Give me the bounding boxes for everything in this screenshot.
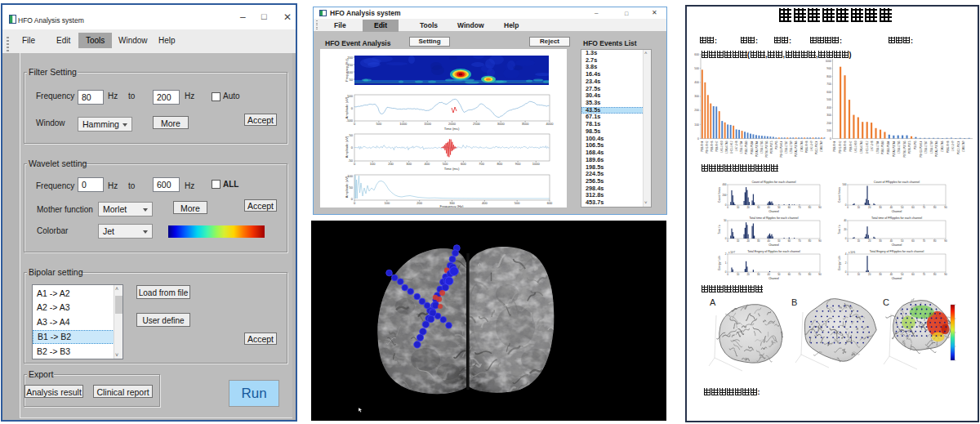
svg-text:80: 80 — [933, 239, 937, 243]
svg-text:10: 10 — [858, 273, 861, 276]
svg-text:80: 80 — [808, 206, 812, 209]
svg-text:C: C — [883, 297, 889, 307]
svg-text:Time (ms): Time (ms) — [444, 167, 460, 171]
svg-text:Time / s: Time / s — [718, 225, 721, 234]
svg-text:Total time of FRipples for eac: Total time of FRipples for each channel — [871, 216, 922, 220]
svg-text:B: B — [791, 297, 797, 307]
svg-text:40: 40 — [890, 273, 893, 276]
svg-text:Amplitude (uV): Amplitude (uV) — [345, 96, 349, 118]
svg-text:LH2-LH9: LH2-LH9 — [951, 141, 955, 151]
svg-text:0: 0 — [847, 273, 849, 276]
svg-text:1000: 1000 — [826, 60, 831, 63]
svg-text:Count of FRipples for each cha: Count of FRipples for each channel — [874, 181, 920, 184]
svg-text:0: 0 — [697, 137, 699, 141]
svg-text:LTB3-LTB5: LTB3-LTB5 — [760, 141, 764, 154]
svg-text:Time / s: Time / s — [838, 225, 841, 234]
svg-text:90: 90 — [818, 273, 822, 276]
svg-text:30: 30 — [757, 206, 760, 209]
svg-text:P3B-RH7: P3B-RH7 — [849, 141, 853, 151]
svg-text:Total Engery of FRipples for e: Total Engery of FRipples for each channe… — [870, 250, 924, 253]
svg-text:80: 80 — [808, 239, 812, 243]
svg-text:0: 0 — [830, 137, 831, 141]
svg-text:100: 100 — [826, 129, 831, 132]
svg-text:x 10^6: x 10^6 — [849, 251, 856, 254]
svg-text:30: 30 — [879, 273, 882, 276]
svg-text:0: 0 — [847, 206, 849, 209]
svg-text:P3T0-P3T5: P3T0-P3T5 — [770, 141, 773, 154]
svg-text:1000: 1000 — [532, 162, 541, 166]
svg-text:P3H13-P3H14: P3H13-P3H14 — [920, 141, 923, 157]
svg-text:LTA3-TA6: LTA3-TA6 — [941, 141, 944, 152]
svg-text:90: 90 — [818, 206, 822, 209]
svg-text:2: 2 — [725, 252, 727, 256]
svg-text:P3B-RH6: P3B-RH6 — [710, 141, 714, 151]
svg-text:60: 60 — [911, 273, 915, 276]
svg-text:300: 300 — [826, 114, 831, 117]
svg-text:20: 20 — [868, 239, 871, 243]
svg-text:0: 0 — [351, 197, 354, 201]
svg-text:20: 20 — [868, 206, 871, 209]
svg-text:LTB3-LTB9: LTB3-LTB9 — [790, 141, 793, 154]
svg-text:3500: 3500 — [522, 122, 530, 126]
svg-text:P3B-RH6: P3B-RH6 — [844, 141, 847, 151]
svg-text:P3H1-RH2: P3H1-RH2 — [839, 141, 842, 153]
svg-text:60: 60 — [788, 273, 791, 276]
svg-text:P3B2-P3B3: P3B2-P3B3 — [745, 141, 748, 154]
svg-text:80: 80 — [933, 273, 937, 276]
svg-text:P3TA3-P3TA4: P3TA3-P3TA4 — [893, 141, 896, 157]
svg-text:20: 20 — [746, 239, 750, 243]
svg-text:Count of Ripples for each chan: Count of Ripples for each channel — [751, 181, 795, 184]
svg-text:LTB3-LTB4: LTB3-LTB4 — [740, 141, 743, 154]
svg-text:P3B2-P3B3: P3B2-P3B3 — [881, 141, 884, 154]
svg-text:LTB3-LTB7: LTB3-LTB7 — [785, 141, 788, 154]
svg-text:10: 10 — [737, 206, 740, 209]
svg-text:4: 4 — [845, 252, 847, 256]
svg-text:LTB3-LTB5: LTB3-LTB5 — [898, 141, 901, 154]
svg-text:P3B3-P3B4: P3B3-P3B4 — [751, 141, 754, 154]
svg-text:Total time of Ripples for each: Total time of Ripples for each channel — [750, 216, 799, 220]
svg-text:10: 10 — [858, 206, 861, 209]
svg-text:90: 90 — [944, 239, 947, 243]
svg-text:P3H1-RH2: P3H1-RH2 — [706, 141, 709, 153]
svg-text:50: 50 — [350, 185, 354, 190]
svg-text:0: 0 — [351, 145, 354, 150]
svg-text:Channel: Channel — [892, 210, 902, 213]
svg-text:Channel: Channel — [768, 243, 779, 247]
svg-text:Time (ms): Time (ms) — [444, 127, 460, 131]
svg-text:0: 0 — [847, 239, 849, 243]
svg-text:60: 60 — [788, 206, 791, 209]
svg-text:10: 10 — [858, 239, 861, 243]
svg-text:500: 500 — [514, 201, 520, 205]
svg-text:40: 40 — [768, 273, 771, 276]
svg-text:100: 100 — [694, 123, 699, 127]
svg-text:1000: 1000 — [399, 122, 408, 126]
svg-text:LTB3-LTB7: LTB3-LTB7 — [924, 141, 928, 154]
svg-text:800: 800 — [826, 75, 831, 78]
svg-text:400: 400 — [482, 201, 488, 205]
svg-text:LH7-LH8: LH7-LH8 — [735, 141, 738, 151]
svg-text:400: 400 — [826, 106, 831, 109]
svg-text:P3T0-P3T5: P3T0-P3T5 — [908, 141, 911, 154]
svg-text:90: 90 — [818, 239, 822, 243]
svg-text:700: 700 — [479, 162, 484, 166]
svg-text:200: 200 — [722, 194, 726, 197]
svg-text:900: 900 — [515, 162, 521, 166]
svg-text:70: 70 — [798, 206, 801, 209]
svg-text:0: 0 — [727, 239, 728, 243]
svg-text:Count / times: Count / times — [718, 187, 721, 203]
svg-text:40: 40 — [844, 219, 847, 222]
svg-text:200: 200 — [694, 109, 699, 112]
svg-text:60: 60 — [911, 206, 915, 209]
svg-text:P3C2-P3C4: P3C2-P3C4 — [957, 141, 960, 154]
svg-text:400: 400 — [722, 183, 726, 186]
svg-text:A: A — [710, 297, 716, 307]
svg-text:800: 800 — [497, 162, 503, 166]
svg-text:LH7-LH8: LH7-LH8 — [871, 141, 874, 151]
svg-text:80: 80 — [933, 206, 937, 209]
svg-text:50: 50 — [350, 133, 354, 137]
svg-text:Total Engery of Ripples for ea: Total Engery of Ripples for each channel — [747, 250, 800, 253]
svg-text:P3TB2-P3TB5: P3TB2-P3TB5 — [903, 141, 906, 157]
svg-text:0: 0 — [351, 106, 354, 110]
svg-text:P3TA3-P3TA4: P3TA3-P3TA4 — [755, 141, 759, 157]
svg-text:0: 0 — [727, 273, 728, 276]
